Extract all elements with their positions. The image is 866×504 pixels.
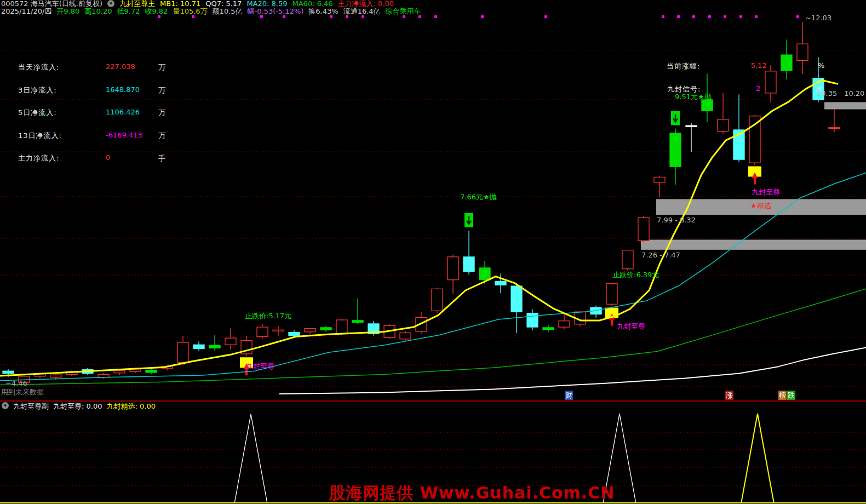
header-field: 幅-0.53(-5.12%) [248, 8, 304, 15]
header-field: MB1: 10.71 [160, 0, 200, 8]
header-field: 主力净流入: 0.00 [338, 0, 394, 8]
header-field: MA20: 8.59 [246, 0, 287, 8]
candle-body [527, 313, 538, 327]
header-ohlc-line: 2025/11/20/四开9.80高10.20低9.72收9.82量105.6万… [1, 8, 421, 15]
annotation-text: ~12.03 [805, 14, 831, 22]
signal-dot [192, 15, 194, 18]
header-field: 综合乘用车 [386, 8, 421, 15]
candle-body [765, 71, 776, 93]
footer-badge-跌[interactable]: 跌 [787, 391, 795, 400]
candle-body [225, 338, 236, 345]
flow-row-unit: 万 [158, 62, 165, 72]
signal-dot [796, 15, 799, 18]
flow-row-unit: 手 [158, 153, 165, 163]
candle-body [305, 329, 316, 332]
candle-body [177, 342, 188, 363]
footer-badge-涨[interactable]: 涨 [725, 391, 733, 400]
indicator-spike [741, 414, 774, 503]
header-field: 流通16.4亿 [343, 8, 381, 15]
signal-dot [544, 15, 547, 18]
header-field: 九封至尊主 [119, 0, 155, 8]
ma-white [279, 348, 866, 394]
gap-band [641, 240, 866, 250]
candle-body [479, 268, 490, 280]
flow-row-value: 0 [106, 153, 110, 162]
header-field: MA60: 6.46 [293, 0, 333, 8]
header-field: 换6.43% [308, 8, 338, 15]
candle-body [606, 284, 617, 304]
candle-body [289, 333, 300, 336]
candle-body [336, 320, 347, 334]
signal-row-value: -5.12 [748, 61, 767, 70]
arrow-up-icon [754, 179, 756, 185]
candle-body [670, 133, 681, 167]
annotation-text: 九封至尊 [752, 188, 780, 196]
candle-body [50, 375, 61, 377]
flow-row-label: 13日净流入: [18, 131, 62, 141]
signal-dot [481, 15, 484, 18]
header-field: 收9.82 [145, 8, 168, 15]
annotation-text: 用到未来数据 [1, 388, 44, 396]
signal-row-unit: % [818, 61, 824, 70]
arrow-up-icon [611, 320, 613, 326]
flow-row-label: 5日净流入: [18, 108, 57, 118]
signal-dot [677, 15, 680, 18]
candle-body [781, 55, 792, 71]
header-field: 000572 海马汽车(日线.前复权) [1, 0, 102, 8]
header-field: 量105.6万 [173, 8, 207, 15]
signal-dot [346, 15, 348, 18]
candle-body [400, 333, 411, 339]
header-stock-info-line: 000572 海马汽车(日线.前复权)▾九封至尊主MB1: 10.71QQ7: … [1, 0, 394, 8]
candle-body [352, 320, 363, 322]
flow-row-value: 1648.870 [106, 85, 140, 94]
signal-dot [260, 15, 263, 18]
candle-body [829, 128, 840, 129]
flow-row-label: 主力净流入: [18, 153, 59, 163]
chevron-down-circle-icon[interactable]: ▾ [2, 402, 9, 409]
gap-band-label: 7.99 - 8.32 [657, 216, 696, 224]
annotation-text: 九封至尊 [246, 363, 274, 370]
signal-dot [362, 15, 364, 18]
gap-band-label: 7.26 - 7.47 [641, 251, 680, 259]
candle-body [463, 257, 474, 272]
candle-body [432, 289, 443, 311]
signal-row-label: 当前涨幅: [667, 61, 700, 71]
signal-dot [403, 15, 405, 18]
candle-body [686, 125, 697, 127]
stock-chart-app: 000572 海马汽车(日线.前复权)▾九封至尊主MB1: 10.71QQ7: … [0, 0, 866, 504]
candle-body [257, 327, 268, 336]
annotation-text: 7.66元★抛 [460, 193, 497, 201]
footer-badge-财[interactable]: 财 [565, 391, 573, 400]
signal-dot [418, 15, 421, 18]
candle-body [448, 257, 458, 280]
signal-row-value: 2 [756, 84, 760, 93]
footer-badge-榜[interactable]: 榜 [778, 391, 787, 400]
flow-row-unit: 万 [158, 85, 165, 95]
candle-body [114, 370, 125, 373]
flow-row-unit: 万 [158, 131, 165, 141]
candle-body [98, 374, 109, 377]
sub-indicator-field: 九封至尊: 0.00 [53, 402, 102, 410]
candle-body [702, 100, 713, 111]
signal-dot [724, 15, 726, 18]
annotation-text: ★精选 [750, 202, 771, 210]
candle-body [3, 371, 14, 373]
chevron-down-circle-icon[interactable]: ▾ [107, 0, 114, 7]
sub-indicator-field: 九封至尊副 [13, 402, 49, 410]
signal-dot [662, 15, 664, 18]
signal-dot [158, 15, 160, 18]
header-field: 高10.20 [84, 8, 112, 15]
signal-dot [283, 15, 285, 18]
annotation-text: 止跌价:5.17元 [245, 312, 291, 320]
annotation-text: 九封至尊 [617, 323, 645, 330]
candle-body [559, 321, 570, 327]
flow-row-label: 当天净流入: [18, 62, 59, 72]
watermark: 股海网提供 Www.Guhai.Com.CN [329, 482, 615, 504]
signal-dot [330, 15, 332, 18]
signal-dot [708, 15, 711, 18]
annotation-text: 止跌价:6.39元 [612, 271, 659, 279]
candle-body [797, 44, 808, 61]
signal-dot [692, 15, 695, 18]
candle-body [749, 116, 760, 163]
candle-body [273, 330, 284, 331]
